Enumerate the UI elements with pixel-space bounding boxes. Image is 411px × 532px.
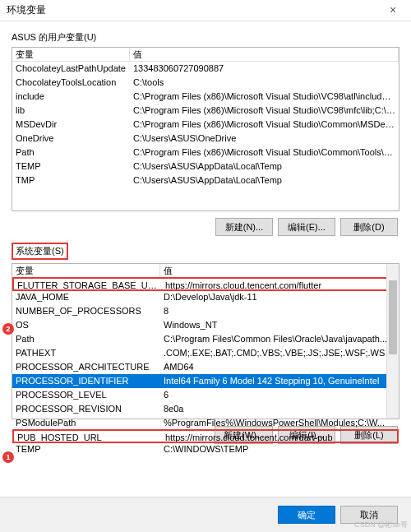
header-value: 值 — [160, 264, 399, 277]
table-row[interactable]: includeC:\Program Files (x86)\Microsoft … — [12, 90, 399, 104]
table-row[interactable]: JAVA_HOMED:\Develop\Java\jdk-11 — [12, 290, 399, 304]
system-vars-label: 系统变量(S) — [12, 243, 68, 260]
var-value: 8e0a — [160, 402, 399, 416]
var-name: JAVA_HOME — [12, 290, 160, 304]
var-value: C:\WINDOWS\TEMP — [160, 442, 399, 456]
titlebar: 环境变量 × — [0, 0, 411, 21]
var-value: %ProgramFiles%\WindowsPowerShell\Modules… — [160, 416, 399, 430]
table-row[interactable]: PROCESSOR_LEVEL6 — [12, 388, 399, 402]
scrollbar[interactable] — [386, 264, 399, 419]
var-value: C:\Users\ASUS\AppData\Local\Temp — [130, 173, 399, 187]
var-name: Path — [12, 332, 160, 346]
var-value: C:\Program Files (x86)\Microsoft Visual … — [130, 118, 399, 132]
user-buttons: 新建(N)... 编辑(E)... 删除(D) — [12, 211, 399, 238]
var-name: PATHEXT — [12, 346, 160, 360]
var-value: Windows_NT — [160, 318, 399, 332]
var-name: FLUTTER_STORAGE_BASE_URL — [14, 279, 162, 289]
edit-user-button[interactable]: 编辑(E)... — [278, 218, 335, 236]
var-value: https://mirrors.cloud.tencent.com/flutte… — [162, 279, 397, 289]
table-row[interactable]: ChocolateyToolsLocationC:\tools — [12, 76, 399, 90]
var-value: C:\Program Files (x86)\Microsoft Visual … — [130, 104, 399, 118]
var-name: NUMBER_OF_PROCESSORS — [12, 304, 160, 318]
var-value: Intel64 Family 6 Model 142 Stepping 10, … — [160, 374, 399, 388]
annotation-marker-1: 1 — [2, 451, 14, 463]
window-title: 环境变量 — [7, 3, 46, 17]
var-value: C:\Users\ASUS\OneDrive — [130, 132, 399, 146]
table-row[interactable]: TMPC:\Users\ASUS\AppData\Local\Temp — [12, 173, 399, 187]
user-vars-label: ASUS 的用户变量(U) — [12, 31, 96, 44]
table-row[interactable]: PROCESSOR_ARCHITECTUREAMD64 — [12, 360, 399, 374]
var-name: Path — [12, 146, 130, 160]
var-name: PROCESSOR_REVISION — [12, 402, 160, 416]
table-row[interactable]: OneDriveC:\Users\ASUS\OneDrive — [12, 132, 399, 146]
header-value: 值 — [130, 48, 399, 61]
var-name: PUB_HOSTED_URL — [14, 431, 162, 442]
var-name: PSModulePath — [12, 416, 160, 430]
var-name: TMP — [12, 173, 130, 187]
table-row[interactable]: TEMPC:\Users\ASUS\AppData\Local\Temp — [12, 160, 399, 173]
var-name: TEMP — [12, 442, 160, 456]
var-value: D:\Develop\Java\jdk-11 — [160, 290, 399, 304]
header-variable: 变量 — [12, 264, 160, 277]
var-value: C:\Program Files (x86)\Microsoft Visual … — [130, 90, 399, 104]
table-row[interactable]: PATHEXT.COM;.EXE;.BAT;.CMD;.VBS;.VBE;.JS… — [12, 346, 399, 360]
close-icon[interactable]: × — [381, 2, 404, 19]
var-value: C:\Program Files (x86)\Microsoft Visual … — [130, 146, 399, 160]
var-name: PROCESSOR_LEVEL — [12, 388, 160, 402]
user-vars-table[interactable]: 变量 值 ChocolateyLastPathUpdate13348306072… — [12, 47, 399, 211]
header-variable: 变量 — [12, 48, 130, 61]
table-row[interactable]: PUB_HOSTED_URLhttps://mirrors.cloud.tenc… — [12, 429, 399, 443]
system-vars-table[interactable]: 变量 值 FLUTTER_STORAGE_BASE_URLhttps://mir… — [12, 263, 399, 419]
var-name: MSDevDir — [12, 118, 130, 132]
delete-user-button[interactable]: 删除(D) — [340, 218, 398, 236]
table-header: 变量 值 — [12, 48, 399, 62]
table-row[interactable]: OSWindows_NT — [12, 318, 399, 332]
var-name: lib — [12, 104, 130, 118]
var-name: OS — [12, 318, 160, 332]
table-row[interactable]: PSModulePath%ProgramFiles%\WindowsPowerS… — [12, 416, 399, 430]
var-name: PROCESSOR_IDENTIFIER — [12, 374, 160, 388]
table-row[interactable]: PathC:\Program Files (x86)\Microsoft Vis… — [12, 146, 399, 160]
watermark: CSDN @彬sir哥 — [354, 520, 408, 530]
table-row[interactable]: PathC:\Program Files\Common Files\Oracle… — [12, 332, 399, 346]
dialog-buttons: 确定 取消 — [0, 497, 411, 532]
var-name: OneDrive — [12, 132, 130, 146]
table-row[interactable]: FLUTTER_STORAGE_BASE_URLhttps://mirrors.… — [12, 277, 399, 291]
var-name: ChocolateyToolsLocation — [12, 76, 130, 90]
var-name: include — [12, 90, 130, 104]
var-value: 133483060727090887 — [130, 62, 399, 76]
new-user-button[interactable]: 新建(N)... — [215, 218, 273, 236]
var-value: C:\Users\ASUS\AppData\Local\Temp — [130, 160, 399, 173]
var-value: AMD64 — [160, 360, 399, 374]
table-row[interactable]: libC:\Program Files (x86)\Microsoft Visu… — [12, 104, 399, 118]
table-row[interactable]: NUMBER_OF_PROCESSORS8 — [12, 304, 399, 318]
table-row[interactable]: ChocolateyLastPathUpdate1334830607270908… — [12, 62, 399, 76]
content: ASUS 的用户变量(U) 变量 值 ChocolateyLastPathUpd… — [0, 21, 411, 454]
var-value: 8 — [160, 304, 399, 318]
var-name: ChocolateyLastPathUpdate — [12, 62, 130, 76]
var-value: https://mirrors.cloud.tencent.com/dart-p… — [162, 431, 397, 442]
table-row[interactable]: MSDevDirC:\Program Files (x86)\Microsoft… — [12, 118, 399, 132]
table-row[interactable]: TEMPC:\WINDOWS\TEMP — [12, 442, 399, 456]
ok-button[interactable]: 确定 — [278, 506, 335, 524]
var-value: C:\Program Files\Common Files\Oracle\Jav… — [160, 332, 399, 346]
var-name: PROCESSOR_ARCHITECTURE — [12, 360, 160, 374]
var-name: TEMP — [12, 160, 130, 173]
table-row[interactable]: PROCESSOR_REVISION8e0a — [12, 402, 399, 416]
var-value: C:\tools — [130, 76, 399, 90]
table-row[interactable]: PROCESSOR_IDENTIFIERIntel64 Family 6 Mod… — [12, 374, 399, 388]
table-header: 变量 值 — [12, 264, 399, 278]
var-value: .COM;.EXE;.BAT;.CMD;.VBS;.VBE;.JS;.JSE;.… — [160, 346, 399, 360]
var-value: 6 — [160, 388, 399, 402]
annotation-marker-2: 2 — [2, 323, 14, 335]
